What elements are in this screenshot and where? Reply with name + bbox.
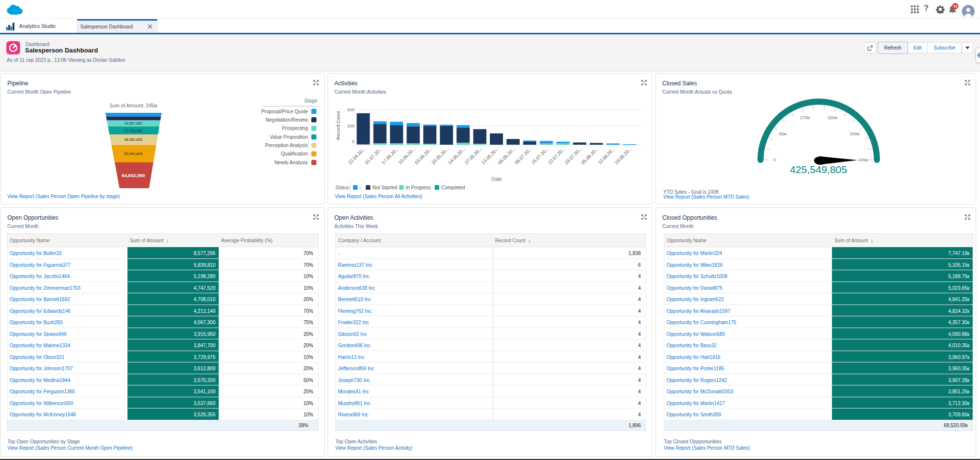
svg-text:29,715,331: 29,715,331 xyxy=(124,128,143,133)
svg-text:255м: 255м xyxy=(828,115,837,120)
svg-text:Stage: Stage xyxy=(304,98,318,103)
svg-text:24.06.20...: 24.06.20... xyxy=(447,146,467,166)
svg-text:13.05.20...: 13.05.20... xyxy=(480,146,500,166)
svg-text:27.05.20...: 27.05.20... xyxy=(464,146,483,166)
svg-text:400: 400 xyxy=(347,107,354,112)
svg-text:0: 0 xyxy=(773,157,776,162)
svg-text:24,597,662: 24,597,662 xyxy=(124,121,143,126)
svg-text:01.07.20...: 01.07.20... xyxy=(364,146,383,166)
svg-text:12.08.20...: 12.08.20... xyxy=(597,146,616,166)
svg-text:03.06.20...: 03.06.20... xyxy=(414,146,433,166)
svg-text:340м: 340м xyxy=(850,131,859,136)
svg-text:In Progress: In Progress xyxy=(406,185,431,190)
svg-text:426м: 426м xyxy=(858,157,868,162)
svg-text:-: - xyxy=(360,185,361,190)
svg-text:53,942,843: 53,942,843 xyxy=(124,152,143,156)
svg-text:17.06.20...: 17.06.20... xyxy=(380,146,400,166)
svg-text:0: 0 xyxy=(352,139,354,144)
svg-text:06.05.20...: 06.05.20... xyxy=(497,146,516,166)
svg-text:29.07.20...: 29.07.20... xyxy=(563,146,583,166)
svg-text:19.08.20...: 19.08.20... xyxy=(613,146,633,166)
svg-text:85м: 85м xyxy=(779,131,786,136)
svg-text:Needs Analysis: Needs Analysis xyxy=(275,160,308,165)
svg-text:Qualification: Qualification xyxy=(281,151,308,156)
svg-text:Record Count: Record Count xyxy=(335,111,341,140)
svg-text:Not Started: Not Started xyxy=(373,185,398,190)
svg-text:Proposal/Price Quote: Proposal/Price Quote xyxy=(261,109,308,114)
svg-text:10.06.20...: 10.06.20... xyxy=(397,146,417,166)
svg-text:22.07.20...: 22.07.20... xyxy=(547,146,566,166)
svg-text:20.05.20...: 20.05.20... xyxy=(430,146,450,166)
svg-text:Sum of Amount: 245м: Sum of Amount: 245м xyxy=(109,103,157,108)
svg-text:22.04.20...: 22.04.20... xyxy=(347,146,367,166)
svg-text:Date: Date xyxy=(491,177,502,182)
svg-text:38,981,892: 38,981,892 xyxy=(124,137,143,142)
svg-text:Status: Status xyxy=(335,185,349,190)
svg-text:64,842,060: 64,842,060 xyxy=(122,173,145,178)
svg-text:200: 200 xyxy=(347,124,354,128)
svg-text:Perception Analysis: Perception Analysis xyxy=(265,143,308,148)
svg-text:05.08.20...: 05.08.20... xyxy=(580,146,600,166)
svg-text:08.07.20...: 08.07.20... xyxy=(513,146,533,166)
svg-text:Prospecting: Prospecting xyxy=(282,126,308,131)
svg-text:Negotiation/Review: Negotiation/Review xyxy=(266,117,308,123)
svg-text:170м: 170м xyxy=(800,115,810,120)
svg-text:Value Proposition: Value Proposition xyxy=(270,134,308,140)
svg-text:15.07.20...: 15.07.20... xyxy=(530,146,550,166)
svg-text:Completed: Completed xyxy=(441,185,465,190)
svg-text:425,549,805: 425,549,805 xyxy=(790,164,847,175)
